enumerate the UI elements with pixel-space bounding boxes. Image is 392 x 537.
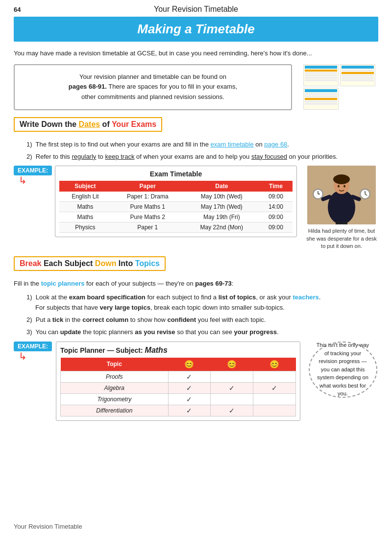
topic-table-header: Topic 😊 😊 😊 [61, 358, 296, 371]
row3-date: May 19th (Fri) [184, 212, 259, 222]
proofs-check3 [253, 371, 296, 382]
heading-dates: Dates [79, 120, 100, 128]
example1-label-row: EXAMPLE: ↳ Exam Timetable Subject Paper … [14, 166, 297, 237]
table-row: English Lit Paper 1: Drama May 10th (Wed… [59, 192, 293, 202]
example1-arrow-block: EXAMPLE: ↳ [14, 166, 52, 185]
timetable-card-2 [340, 64, 375, 86]
row4-time: 09:00 [259, 222, 293, 233]
correct-column-text: correct column [82, 316, 128, 323]
diff-check3 [253, 405, 296, 416]
topic-planner-section: EXAMPLE: ↳ Topic Planner — Subject: Math… [14, 342, 378, 424]
diff-check1: ✓ [168, 405, 211, 416]
algebra-check2: ✓ [211, 382, 253, 393]
right-photo: Hilda had plenty of time, but she was de… [305, 166, 378, 250]
diff-check2: ✓ [211, 405, 253, 416]
page-number: 64 [14, 6, 21, 13]
timetable-card-1 [303, 64, 339, 86]
section2-item2: 2) Put a tick in the correct column to s… [26, 315, 378, 325]
heading-break: Break [20, 259, 41, 268]
stay-focused-text: stay focused [251, 153, 287, 160]
section2-heading-wrap: Break Each Subject Down Into Topics [14, 256, 378, 276]
algebra-check1: ✓ [168, 382, 211, 393]
exam-table: Subject Paper Date Time English Lit Pape… [59, 181, 293, 233]
table-row: Physics Paper 1 May 22nd (Mon) 09:00 [59, 222, 293, 233]
row2-paper: Pure Maths 1 [111, 202, 184, 212]
page68-link: page 68 [264, 141, 287, 148]
topic-algebra: Algebra [61, 382, 169, 393]
very-large-topics: very large topics [100, 304, 150, 311]
page: 64 Your Revision Timetable Making a Time… [0, 0, 392, 537]
side-note-text: This isn't the only way of tracking your… [316, 341, 370, 398]
topic-planner-subject: Maths [145, 346, 168, 355]
confident-text: confident [168, 316, 196, 323]
col-time: Time [259, 181, 293, 192]
table-row: Differentiation ✓ ✓ [61, 405, 296, 416]
topic-col-s1: 😊 [168, 358, 211, 371]
topic-planner-label: Topic Planner — Subject: [60, 346, 143, 354]
example-photo-row: EXAMPLE: ↳ Exam Timetable Subject Paper … [14, 166, 378, 250]
topic-planners-text: topic planners [41, 280, 85, 287]
row2-date: May 17th (Wed) [184, 202, 259, 212]
row1-subject: English Lit [59, 192, 111, 202]
proofs-check1: ✓ [168, 371, 211, 382]
planner-text4: other commitments and planned revision s… [81, 93, 224, 100]
timetable-visual [303, 64, 375, 110]
topic-col-topic: Topic [61, 358, 169, 371]
fill-text: Fill in the topic planners for each of y… [14, 279, 378, 289]
row4-paper: Paper 1 [111, 222, 184, 233]
svg-rect-17 [343, 222, 347, 224]
section1-heading: Write Down the Dates of Your Exams [14, 117, 162, 132]
heading-into: Into [119, 259, 135, 268]
svg-point-15 [343, 185, 345, 188]
timetable-card-3 [303, 88, 339, 110]
section1-list: 1) The first step is to find out when yo… [22, 140, 378, 162]
pages-69-73: pages 69-73 [195, 280, 231, 287]
heading-topics: Topics [135, 259, 160, 268]
svg-point-14 [338, 185, 340, 188]
exam-table-header-row: Subject Paper Date Time [59, 181, 293, 192]
side-note: This isn't the only way of tracking your… [309, 342, 377, 398]
row4-date: May 22nd (Mon) [184, 222, 259, 233]
example1-container: EXAMPLE: ↳ Exam Timetable Subject Paper … [14, 166, 297, 239]
table-row: Proofs ✓ [61, 371, 296, 382]
trig-check2 [211, 393, 253, 405]
bottom-page-title: Your Revision Timetable [14, 523, 82, 530]
planner-text3: There are spaces for you to fill in your… [107, 83, 237, 90]
your-progress-text: your progress [234, 328, 277, 336]
person-svg [307, 166, 376, 224]
row1-date: May 10th (Wed) [184, 192, 259, 202]
as-you-revise-text: as you revise [135, 328, 175, 336]
update-text: update [60, 328, 81, 336]
col-paper: Paper [111, 181, 184, 192]
row3-subject: Maths [59, 212, 111, 222]
proofs-check2 [211, 371, 253, 382]
exam-timetable-link: exam timetable [211, 141, 254, 148]
section1-item1: 1) The first step is to find out when yo… [26, 140, 378, 150]
svg-point-3 [333, 174, 350, 184]
regularly-text: regularly [72, 153, 96, 160]
table-row: Maths Pure Maths 2 May 19th (Fri) 09:00 [59, 212, 293, 222]
row1-paper: Paper 1: Drama [111, 192, 184, 202]
heading-your: Your Exams [112, 120, 156, 128]
section2-item1: 1) Look at the exam board specification … [26, 293, 378, 313]
topic-diff: Differentiation [61, 405, 169, 416]
row4-subject: Physics [59, 222, 111, 233]
topic-example-left: EXAMPLE: ↳ Topic Planner — Subject: Math… [14, 342, 300, 424]
tick-text: tick [52, 316, 63, 323]
timetable-images [300, 64, 378, 110]
list-of-topics: list of topics [219, 293, 256, 301]
section2-heading: Break Each Subject Down Into Topics [14, 256, 166, 271]
topic-table: Topic 😊 😊 😊 Proofs ✓ [60, 358, 296, 416]
keep-track-text: keep track [105, 153, 134, 160]
top-section: Your revision planner and timetable can … [14, 64, 378, 110]
row2-subject: Maths [59, 202, 111, 212]
table-row: Maths Pure Maths 1 May 17th (Wed) 14:00 [59, 202, 293, 212]
example2-arrow: ↳ [19, 351, 27, 361]
example2-row: EXAMPLE: ↳ Topic Planner — Subject: Math… [14, 342, 300, 421]
row1-time: 09:00 [259, 192, 293, 202]
row3-time: 09:00 [259, 212, 293, 222]
side-note-container: This isn't the only way of tracking your… [307, 342, 378, 398]
planner-pages: pages 68-91. [69, 83, 107, 90]
svg-point-1 [328, 190, 355, 224]
section1-heading-wrap: Write Down the Dates of Your Exams [14, 117, 378, 137]
